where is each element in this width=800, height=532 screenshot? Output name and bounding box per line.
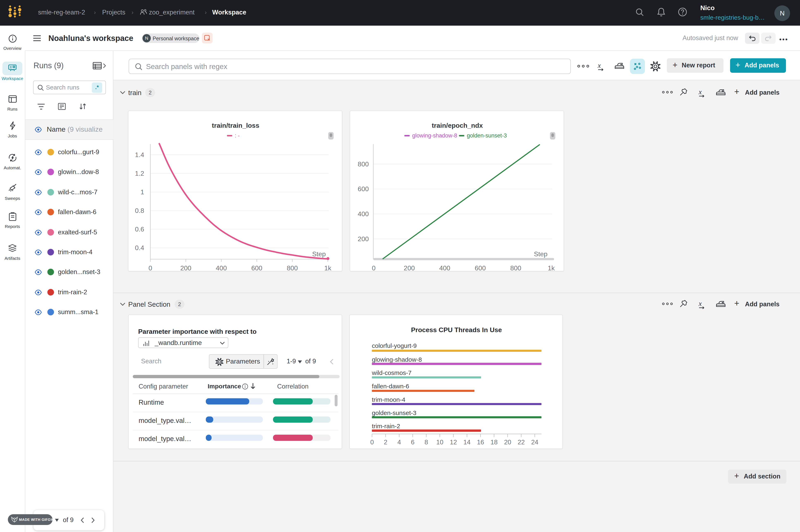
svg-text:x: x — [597, 62, 601, 69]
svg-text:x: x — [699, 88, 702, 96]
svg-text:x: x — [699, 300, 702, 307]
